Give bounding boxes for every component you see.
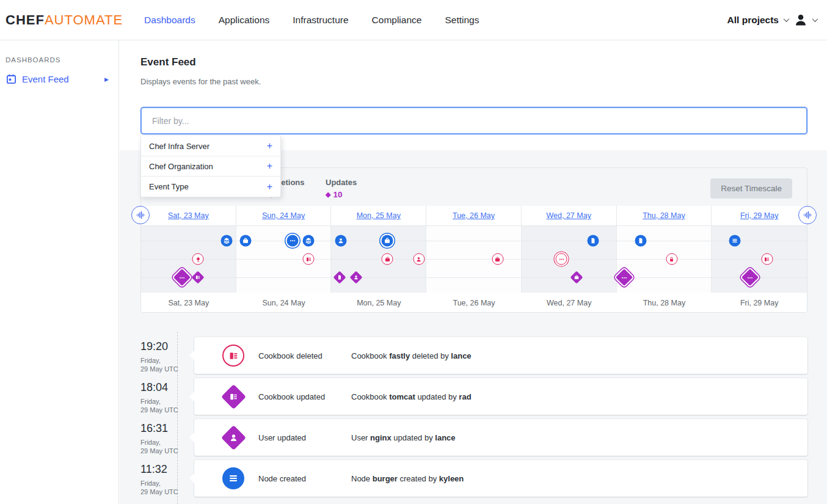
marker-create-briefcase[interactable]	[240, 235, 252, 247]
add-filter-plus-icon[interactable]: +	[267, 161, 272, 171]
node-icon	[337, 275, 343, 280]
day-header-cell: Sun, 24 May	[236, 206, 332, 226]
marker-update-ellipsis[interactable]	[173, 269, 191, 286]
day-link-tue-26-may[interactable]: Tue, 26 May	[453, 211, 495, 220]
marker-create-person[interactable]	[335, 235, 347, 247]
filter-option-chef-infra-server[interactable]: Chef Infra Server+	[141, 136, 280, 156]
filter-input[interactable]	[140, 107, 807, 134]
event-time: 16:31Friday,29 May UTC	[140, 419, 194, 456]
day-header-cell: Mon, 25 May	[331, 206, 426, 226]
marker-update-node[interactable]	[333, 271, 346, 283]
day-link-fri-29-may[interactable]: Fri, 29 May	[740, 211, 779, 220]
marker-update-ellipsis[interactable]	[616, 269, 633, 286]
marker-create-list[interactable]	[729, 235, 740, 247]
nav-right-cluster: All projects	[727, 13, 817, 27]
day-link-sun-24-may[interactable]: Sun, 24 May	[262, 211, 305, 220]
sidebar-item-label: Event Feed	[22, 74, 69, 84]
equalizer-icon	[803, 210, 812, 220]
event-user: lance	[451, 351, 471, 360]
event-description: Cookbook fastly deleted by lance	[351, 351, 472, 360]
day-axis-label: Sat, 23 May	[141, 293, 236, 313]
marker-create-node[interactable]	[635, 235, 646, 247]
sidebar: DASHBOARDS Event Feed ▶	[0, 40, 119, 504]
event-time: 11:32Friday,29 May UTC	[140, 460, 194, 497]
page-subtitle: Displays events for the past week.	[140, 77, 261, 86]
marker-create-node[interactable]	[587, 235, 599, 247]
marker-create-layers[interactable]	[221, 235, 233, 247]
event-description: User nginx updated by lance	[351, 433, 456, 442]
marker-delete-cookbook[interactable]	[303, 254, 315, 265]
event-card: User updatedUser nginx updated by lance	[194, 419, 807, 456]
event-time: 19:20Friday,29 May UTC	[140, 337, 194, 374]
nav-item-settings[interactable]: Settings	[445, 15, 479, 26]
event-type-icon	[220, 384, 246, 409]
marker-create-ellipsis[interactable]	[286, 235, 298, 247]
marker-delete-person[interactable]	[413, 254, 424, 265]
stat-updates-value: 10	[333, 190, 342, 199]
day-link-mon-25-may[interactable]: Mon, 25 May	[357, 211, 401, 220]
event-card: Cookbook updatedCookbook tomcat updated …	[194, 378, 807, 415]
reset-timescale-button[interactable]: Reset Timescale	[710, 178, 792, 199]
marker-delete-cookbook[interactable]	[761, 254, 773, 265]
chevron-down-icon[interactable]	[784, 16, 790, 22]
event-user: rad	[459, 392, 471, 401]
timescale-handle-right[interactable]	[798, 206, 817, 224]
main-nav: DashboardsApplicationsInfrastructureComp…	[144, 15, 479, 26]
nav-item-applications[interactable]: Applications	[219, 15, 270, 26]
marker-delete-ellipsis[interactable]	[556, 254, 567, 265]
ellipsis-icon	[558, 256, 564, 262]
nav-item-compliance[interactable]: Compliance	[372, 15, 422, 26]
projects-filter-button[interactable]: All projects	[727, 15, 779, 26]
list-icon	[228, 473, 239, 484]
nav-item-infrastructure[interactable]: Infrastructure	[293, 15, 348, 26]
event-description: Node burger created by kyleen	[351, 474, 464, 483]
briefcase-icon	[242, 238, 249, 244]
equalizer-icon	[136, 210, 145, 220]
marker-delete-briefcase[interactable]	[382, 254, 393, 265]
marker-delete-briefcase[interactable]	[492, 254, 503, 265]
databag-icon	[195, 256, 201, 262]
person-icon	[229, 433, 238, 442]
timescale-handle-left[interactable]	[131, 206, 150, 224]
filter-option-chef-organization[interactable]: Chef Organization+	[141, 156, 280, 177]
expand-arrow-icon: ▶	[104, 76, 109, 82]
marker-delete-databag[interactable]	[192, 254, 204, 265]
event-entity: nginx	[370, 433, 392, 442]
marker-create-layers[interactable]	[303, 235, 315, 247]
marker-update-ellipsis[interactable]	[741, 269, 758, 286]
marker-update-briefcase[interactable]	[570, 271, 583, 283]
main-content: Event Feed Displays events for the past …	[120, 40, 827, 504]
nav-item-dashboards[interactable]: Dashboards	[144, 15, 195, 26]
day-link-thu-28-may[interactable]: Thu, 28 May	[643, 211, 685, 220]
top-navigation-bar: CHEFAUTOMATE DashboardsApplicationsInfra…	[0, 0, 827, 40]
person-icon	[353, 275, 359, 280]
add-filter-plus-icon[interactable]: +	[267, 141, 272, 151]
chevron-down-icon[interactable]	[812, 16, 818, 22]
event-row: 19:20Friday,29 May UTCCookbook deletedCo…	[140, 337, 807, 374]
event-time: 18:04Friday,29 May UTC	[140, 378, 194, 415]
cookbook-icon	[305, 256, 311, 262]
sidebar-heading: DASHBOARDS	[5, 56, 118, 64]
day-link-sat-23-may[interactable]: Sat, 23 May	[168, 211, 209, 220]
add-filter-plus-icon[interactable]: +	[267, 182, 272, 192]
event-row: 16:31Friday,29 May UTCUser updatedUser n…	[140, 419, 807, 456]
node-icon	[637, 238, 644, 244]
sidebar-item-event-feed[interactable]: Event Feed ▶	[6, 74, 118, 84]
filter-option-label: Event Type	[149, 182, 189, 191]
event-title: User updated	[258, 433, 351, 442]
calendar-icon	[6, 74, 16, 84]
marker-update-person[interactable]	[349, 271, 362, 283]
marker-create-briefcase[interactable]	[382, 235, 393, 247]
filter-option-event-type[interactable]: Event Type+	[141, 177, 280, 197]
user-menu-button[interactable]	[794, 13, 807, 27]
marker-delete-lock[interactable]	[666, 254, 677, 265]
updates-diamond-icon: ◆	[326, 191, 330, 199]
event-title: Cookbook deleted	[258, 351, 351, 360]
marker-update-cookbook[interactable]	[192, 271, 205, 283]
day-link-wed-27-may[interactable]: Wed, 27 May	[546, 211, 591, 220]
user-avatar-icon	[794, 13, 807, 27]
event-type-icon	[222, 467, 244, 489]
ellipsis-icon	[621, 274, 628, 281]
page-title: Event Feed	[140, 56, 196, 68]
chef-automate-logo[interactable]: CHEFAUTOMATE	[5, 12, 123, 28]
